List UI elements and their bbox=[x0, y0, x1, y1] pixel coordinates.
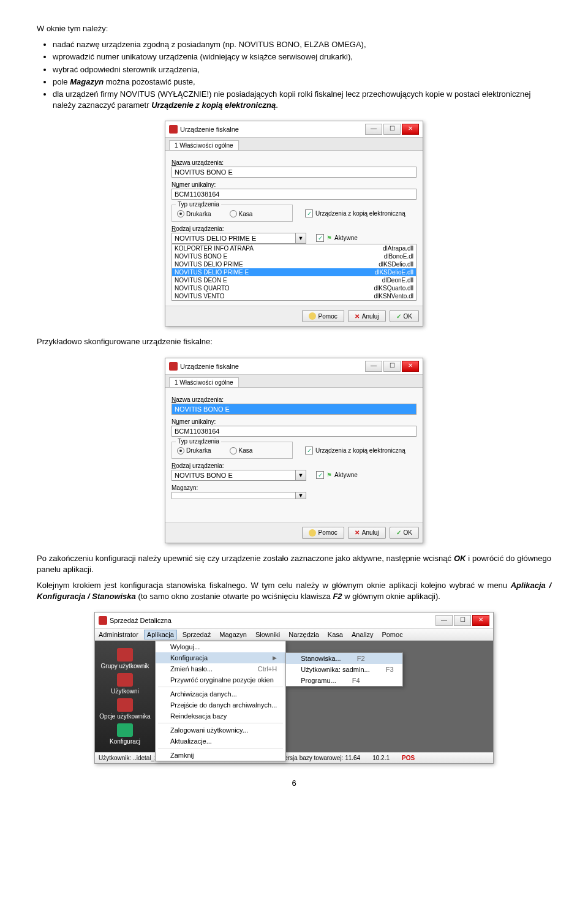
maximize-button[interactable]: ☐ bbox=[454, 615, 471, 626]
sidebar-item[interactable]: Użytkowni bbox=[97, 673, 153, 695]
close-button[interactable]: ✕ bbox=[402, 361, 419, 372]
ok-button[interactable]: ✓OK bbox=[390, 310, 419, 322]
menu-bar[interactable]: AdministratorAplikacjaSprzedażMagazynSło… bbox=[95, 629, 493, 641]
sidebar-icon bbox=[117, 723, 133, 737]
radio-register[interactable]: Kasa bbox=[230, 447, 253, 454]
menu-item[interactable]: Analizy bbox=[352, 631, 373, 638]
driver-list-row[interactable]: NOVITUS DELIO PRIME EdlKSDelioE.dll bbox=[172, 268, 416, 276]
fiscal-device-dialog-1: Urządzenie fiskalne — ☐ ✕ 1 Właściwości … bbox=[165, 121, 423, 326]
menu-dropdown-item[interactable]: Zalogowani użytkownicy... bbox=[156, 725, 285, 736]
menu-dropdown-item[interactable]: Zmień hasło...Ctrl+H bbox=[156, 663, 285, 674]
maximize-button[interactable]: ☐ bbox=[383, 361, 401, 372]
app-icon bbox=[99, 616, 107, 625]
menu-item[interactable]: Magazyn bbox=[219, 631, 247, 638]
bullet-item: pole Magazyn można pozostawić puste, bbox=[53, 77, 551, 88]
device-type-legend: Typ urządzenia bbox=[176, 438, 221, 445]
unique-number-input[interactable]: BCM11038164 bbox=[172, 426, 417, 437]
menu-item[interactable]: Administrator bbox=[99, 631, 138, 638]
chevron-down-icon[interactable]: ▼ bbox=[296, 470, 306, 481]
submenu-item[interactable]: Użytkownika: sadmin...F3 bbox=[286, 664, 402, 675]
app-icon bbox=[169, 125, 178, 134]
check-icon: ✓ bbox=[396, 313, 401, 320]
radio-printer[interactable]: Drukarka bbox=[177, 447, 211, 454]
bullet-item: dla urządzeń firmy NOVITUS (WYŁĄCZNIE!) … bbox=[53, 89, 551, 111]
device-name-input[interactable]: NOVITIS BONO E bbox=[172, 404, 417, 415]
menu-dropdown-item[interactable]: Przywróć oryginalne pozycje okien bbox=[156, 674, 285, 685]
menu-item[interactable]: Pomoc bbox=[382, 631, 402, 638]
device-kind-combo[interactable]: NOVITUS DELIO PRIME E▼ bbox=[172, 233, 306, 244]
device-kind-combo[interactable]: NOVITUS BONO E▼ bbox=[172, 470, 306, 481]
dialog-title: Urządzenie fiskalne bbox=[180, 363, 239, 370]
menu-dropdown-item[interactable]: Konfiguracja▶Stanowiska...F2Użytkownika:… bbox=[156, 652, 285, 663]
menu-item[interactable]: Narzędzia bbox=[288, 631, 319, 638]
retail-app-window: Sprzedaż Detaliczna — ☐ ✕ AdministratorA… bbox=[94, 612, 494, 764]
radio-register[interactable]: Kasa bbox=[230, 210, 253, 217]
driver-list-row[interactable]: NOVITUS BONO EdlBonoE.dl bbox=[172, 252, 416, 260]
menu-item[interactable]: Słowniki bbox=[255, 631, 280, 638]
menu-item[interactable]: Aplikacja bbox=[144, 630, 177, 639]
sidebar-item[interactable]: Opcje użytkownika bbox=[97, 698, 153, 720]
warehouse-label: Magazyn: bbox=[172, 484, 417, 491]
driver-list-row[interactable]: NOVITUS VENTOdlKSNVento.dl bbox=[172, 292, 416, 300]
cancel-button[interactable]: ✕Anuluj bbox=[348, 310, 386, 322]
submenu-item[interactable]: Programu...F4 bbox=[286, 675, 402, 686]
electronic-copy-checkbox[interactable]: ✓Urządzenia z kopią elektroniczną bbox=[305, 209, 405, 217]
active-checkbox[interactable]: ✓⚑Aktywne bbox=[316, 234, 358, 242]
tab-general[interactable]: 1 Właściwości ogólne bbox=[169, 140, 239, 150]
tab-general[interactable]: 1 Właściwości ogólne bbox=[169, 377, 239, 387]
paragraph-after-config: Po zakończeniu konfiguracji należy upewn… bbox=[37, 553, 551, 575]
x-icon: ✕ bbox=[355, 529, 360, 536]
sidebar-item[interactable]: Konfiguracj bbox=[97, 723, 153, 745]
device-name-input[interactable]: NOVITUS BONO E bbox=[172, 167, 417, 178]
ok-button[interactable]: ✓OK bbox=[390, 527, 419, 539]
minimize-button[interactable]: — bbox=[435, 615, 453, 626]
menu-dropdown-item[interactable]: Zamknij bbox=[156, 750, 285, 761]
active-checkbox[interactable]: ✓⚑Aktywne bbox=[316, 471, 358, 479]
check-icon: ✓ bbox=[396, 529, 401, 536]
device-name-label: Nazwa urządzenia: bbox=[172, 396, 417, 403]
cancel-button[interactable]: ✕Anuluj bbox=[348, 527, 386, 539]
menu-dropdown-item[interactable]: Aktualizacje... bbox=[156, 736, 285, 747]
window-title: Sprzedaż Detaliczna bbox=[110, 617, 172, 624]
chevron-down-icon[interactable]: ▼ bbox=[296, 492, 306, 499]
driver-list-row[interactable]: KOLPORTER INFO ATRAPAdlAtrapa.dll bbox=[172, 244, 416, 252]
close-button[interactable]: ✕ bbox=[402, 124, 419, 135]
help-icon bbox=[309, 312, 316, 320]
chevron-down-icon[interactable]: ▼ bbox=[296, 233, 306, 244]
electronic-copy-checkbox[interactable]: ✓Urządzenia z kopią elektroniczną bbox=[305, 447, 405, 454]
minimize-button[interactable]: — bbox=[365, 361, 382, 372]
maximize-button[interactable]: ☐ bbox=[383, 124, 401, 135]
menu-dropdown-item[interactable]: Archiwizacja danych... bbox=[156, 688, 285, 699]
bullet-list: nadać nazwę urządzenia zgodną z posiadan… bbox=[37, 39, 551, 111]
driver-list-row[interactable]: NOVITUS DEON EdlDeonE.dll bbox=[172, 276, 416, 284]
menu-item[interactable]: Kasa bbox=[328, 631, 343, 638]
driver-list[interactable]: KOLPORTER INFO ATRAPAdlAtrapa.dllNOVITUS… bbox=[172, 244, 417, 301]
minimize-button[interactable]: — bbox=[365, 124, 382, 135]
menu-item[interactable]: Sprzedaż bbox=[183, 631, 211, 638]
unique-number-label: Numer unikalny: bbox=[172, 181, 417, 188]
app-body: Wyloguj...Konfiguracja▶Stanowiska...F2Uż… bbox=[155, 641, 493, 752]
app-icon bbox=[169, 362, 178, 371]
menu-dropdown-item[interactable]: Przejście do danych archiwalnych... bbox=[156, 699, 285, 711]
radio-printer[interactable]: Drukarka bbox=[177, 210, 211, 217]
sidebar-icon bbox=[117, 698, 133, 712]
dialog-title: Urządzenie fiskalne bbox=[180, 126, 239, 133]
close-button[interactable]: ✕ bbox=[472, 615, 489, 626]
help-button[interactable]: Pomoc bbox=[302, 527, 344, 539]
driver-list-row[interactable]: NOVITUS QUARTOdlKSQuarto.dll bbox=[172, 284, 416, 292]
menu-dropdown-item[interactable]: Wyloguj... bbox=[156, 641, 285, 652]
help-button[interactable]: Pomoc bbox=[302, 310, 344, 322]
menu-aplikacja-dropdown[interactable]: Wyloguj...Konfiguracja▶Stanowiska...F2Uż… bbox=[155, 641, 286, 761]
menu-dropdown-item[interactable]: Reindeksacja bazy bbox=[156, 711, 285, 722]
sidebar-icon bbox=[117, 648, 133, 662]
sidebar-item[interactable]: Grupy użytkownik bbox=[97, 648, 153, 669]
unique-number-input[interactable]: BCM11038164 bbox=[172, 189, 417, 200]
unique-number-label: Numer unikalny: bbox=[172, 418, 417, 425]
driver-list-row[interactable]: NOVITUS DELIO PRIMEdlKSDelio.dll bbox=[172, 260, 416, 268]
submenu-item[interactable]: Stanowiska...F2 bbox=[286, 653, 402, 664]
device-kind-label: Rodzaj urządzenia: bbox=[172, 462, 417, 469]
fiscal-device-dialog-2: Urządzenie fiskalne — ☐ ✕ 1 Właściwości … bbox=[165, 358, 423, 543]
x-icon: ✕ bbox=[355, 313, 360, 320]
page-number: 6 bbox=[37, 778, 551, 788]
warehouse-combo[interactable]: ▼ bbox=[172, 492, 306, 499]
